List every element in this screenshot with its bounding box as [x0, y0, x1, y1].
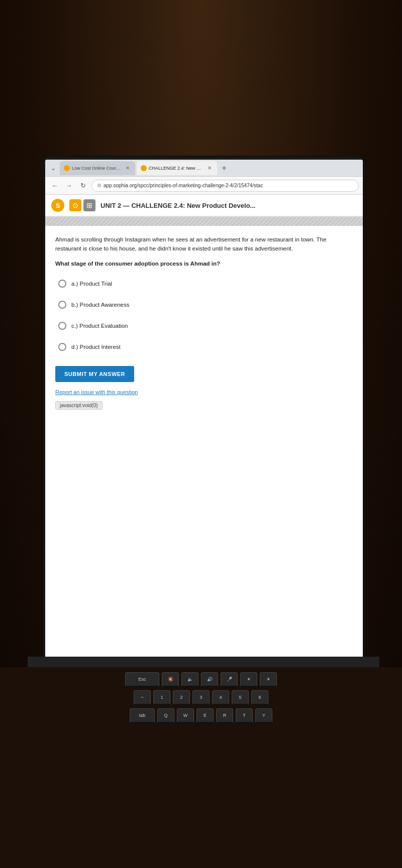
- option-label-d: d.) Product Interest: [71, 344, 121, 350]
- tab-close-1[interactable]: ✕: [124, 165, 131, 172]
- key-vol-up[interactable]: 🔊: [201, 672, 218, 687]
- option-c[interactable]: c.) Product Evaluation: [55, 317, 353, 335]
- key-tilde[interactable]: ~: [134, 690, 151, 705]
- keyboard-row-3: tab Q W E R T Y: [130, 708, 272, 723]
- tab-close-2[interactable]: ✕: [206, 165, 213, 172]
- tab-nav-arrow[interactable]: ⌄: [48, 163, 58, 173]
- tab-label-2: CHALLENGE 2.4: New Product D...: [149, 166, 204, 171]
- key-2[interactable]: 2: [173, 690, 190, 705]
- sophia-header: S ⊙ ⊞ UNIT 2 — CHALLENGE 2.4: New Produc…: [45, 195, 363, 217]
- question-prompt: What stage of the consumer adoption proc…: [55, 261, 353, 267]
- browser-tab-1[interactable]: Low Cost Online Courses for C... ✕: [60, 161, 135, 175]
- new-tab-button[interactable]: +: [219, 163, 230, 174]
- scenario-text: Ahmad is scrolling through Instagram whe…: [55, 235, 353, 254]
- key-bright-down[interactable]: ☀: [240, 672, 257, 687]
- radio-c[interactable]: [58, 322, 66, 330]
- key-4[interactable]: 4: [212, 690, 229, 705]
- key-mic-mute[interactable]: 🎤: [221, 672, 238, 687]
- key-5[interactable]: 5: [232, 690, 249, 705]
- header-icon-orange: ⊙: [69, 199, 81, 211]
- keyboard-row-2: ~ 1 2 3 4 5 6: [134, 690, 268, 705]
- striped-divider: [45, 217, 363, 226]
- main-content: Ahmad is scrolling through Instagram whe…: [45, 226, 363, 661]
- key-bright-up[interactable]: ☀: [260, 672, 277, 687]
- option-label-c: c.) Product Evaluation: [71, 323, 128, 329]
- address-bar: ← → ↻ ⚙ app.sophia.org/spcc/principles-o…: [45, 177, 363, 195]
- forward-button[interactable]: →: [63, 180, 74, 191]
- url-text: app.sophia.org/spcc/principles-of-market…: [104, 183, 263, 188]
- option-label-a: a.) Product Trial: [71, 281, 112, 287]
- tab-bar: ⌄ Low Cost Online Courses for C... ✕ CHA…: [45, 160, 363, 177]
- header-icons: ⊙ ⊞: [69, 199, 95, 211]
- option-label-b: b.) Product Awareness: [71, 302, 130, 308]
- key-vol-down[interactable]: 🔈: [181, 672, 198, 687]
- answer-options: a.) Product Trial b.) Product Awareness …: [55, 275, 353, 356]
- tab-label-1: Low Cost Online Courses for C...: [72, 166, 122, 171]
- submit-answer-button[interactable]: SUBMIT MY ANSWER: [55, 366, 134, 382]
- sophia-logo: S: [51, 199, 64, 212]
- reload-button[interactable]: ↻: [77, 180, 88, 191]
- tab-favicon-1: [64, 165, 70, 171]
- javascript-void-label: javascript:void(0): [55, 401, 103, 410]
- report-issue-link[interactable]: Report an issue with this question: [55, 389, 353, 395]
- key-6[interactable]: 6: [251, 690, 268, 705]
- key-esc[interactable]: Esc: [125, 672, 159, 687]
- browser-window: ⌄ Low Cost Online Courses for C... ✕ CHA…: [45, 160, 363, 661]
- header-icon-gray: ⊞: [83, 199, 95, 211]
- key-w[interactable]: W: [177, 708, 194, 723]
- key-tab[interactable]: tab: [130, 708, 155, 723]
- back-button[interactable]: ←: [49, 180, 60, 191]
- tab-favicon-2: [141, 165, 147, 171]
- option-a[interactable]: a.) Product Trial: [55, 275, 353, 293]
- page-title: UNIT 2 — CHALLENGE 2.4: New Product Deve…: [100, 202, 255, 209]
- key-e[interactable]: E: [196, 708, 214, 723]
- browser-content: S ⊙ ⊞ UNIT 2 — CHALLENGE 2.4: New Produc…: [45, 195, 363, 661]
- key-mute[interactable]: 🔇: [162, 672, 179, 687]
- radio-a[interactable]: [58, 280, 66, 288]
- key-t[interactable]: T: [236, 708, 253, 723]
- url-bar[interactable]: ⚙ app.sophia.org/spcc/principles-of-mark…: [91, 180, 359, 192]
- key-3[interactable]: 3: [192, 690, 210, 705]
- keyboard-row-1: Esc 🔇 🔈 🔊 🎤 ☀ ☀: [125, 672, 277, 687]
- key-y[interactable]: Y: [255, 708, 272, 723]
- option-b[interactable]: b.) Product Awareness: [55, 296, 353, 314]
- key-q[interactable]: Q: [157, 708, 174, 723]
- option-d[interactable]: d.) Product Interest: [55, 338, 353, 356]
- browser-tab-2[interactable]: CHALLENGE 2.4: New Product D... ✕: [137, 161, 217, 175]
- keyboard-area: Esc 🔇 🔈 🔊 🎤 ☀ ☀ ~ 1 2 3 4 5 6 tab Q W E …: [0, 667, 402, 868]
- radio-b[interactable]: [58, 301, 66, 309]
- key-r[interactable]: R: [216, 708, 233, 723]
- key-1[interactable]: 1: [153, 690, 170, 705]
- radio-d[interactable]: [58, 343, 66, 351]
